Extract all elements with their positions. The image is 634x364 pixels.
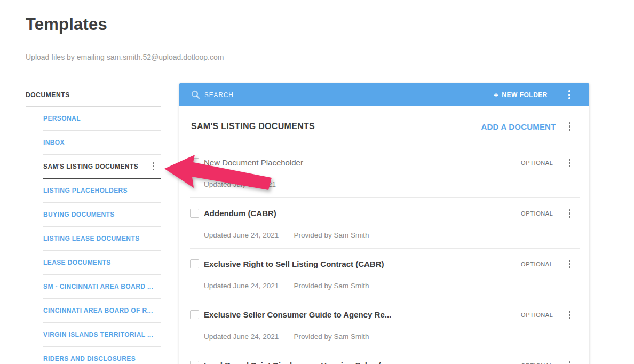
document-list: New Document Placeholder OPTIONAL Update… xyxy=(179,147,589,364)
kebab-menu-icon[interactable] xyxy=(566,156,574,169)
sidebar-item-label: LISTING LEASE DOCUMENTS xyxy=(43,235,140,242)
sidebar-item-listing-placeholders[interactable]: LISTING PLACEHOLDERS xyxy=(43,179,161,203)
documents-sidebar: DOCUMENTS PERSONAL INBOX SAM'S LISTING D… xyxy=(26,83,161,364)
sidebar-item-buying-documents[interactable]: BUYING DOCUMENTS xyxy=(43,203,161,227)
document-checkbox[interactable] xyxy=(190,259,199,268)
search-input[interactable] xyxy=(204,91,364,99)
document-meta: Updated July 01, 2021 xyxy=(204,180,573,188)
document-row: Addendum (CABR) OPTIONAL Updated June 24… xyxy=(190,198,580,249)
optional-badge: OPTIONAL xyxy=(521,312,553,318)
document-checkbox[interactable] xyxy=(190,158,199,167)
kebab-menu-icon[interactable] xyxy=(566,308,574,321)
document-meta: Updated June 24, 2021 Provided by Sam Sm… xyxy=(204,231,573,239)
sidebar-item-label: PERSONAL xyxy=(43,115,81,122)
document-row: Exclusive Seller Consumer Guide to Agenc… xyxy=(190,299,580,350)
updated-date: Updated July 01, 2021 xyxy=(204,180,276,188)
document-row: Exclusive Right to Sell Listing Contract… xyxy=(190,249,580,299)
folder-header: SAM'S LISTING DOCUMENTS ADD A DOCUMENT xyxy=(179,106,589,147)
document-title[interactable]: Exclusive Right to Sell Listing Contract… xyxy=(204,259,521,268)
document-row-top: Exclusive Right to Sell Listing Contract… xyxy=(190,258,573,271)
sidebar-item-inbox[interactable]: INBOX xyxy=(43,131,161,155)
kebab-menu-icon[interactable] xyxy=(566,120,574,133)
document-checkbox[interactable] xyxy=(190,361,199,364)
kebab-menu-icon[interactable] xyxy=(566,359,574,364)
document-row-top: Lead Based Paint Disclosure - Housing Sa… xyxy=(190,359,573,364)
page-title: Templates xyxy=(26,15,107,34)
search-box[interactable] xyxy=(191,90,494,99)
kebab-menu-icon[interactable] xyxy=(566,88,573,101)
sidebar-item-label: LEASE DOCUMENTS xyxy=(43,259,111,266)
panel-search-bar: + NEW FOLDER xyxy=(179,83,589,106)
document-title[interactable]: Exclusive Seller Consumer Guide to Agenc… xyxy=(204,310,521,319)
sidebar-item-label: INBOX xyxy=(43,139,65,146)
document-row: New Document Placeholder OPTIONAL Update… xyxy=(190,147,580,198)
optional-badge: OPTIONAL xyxy=(521,160,553,166)
new-folder-button[interactable]: + NEW FOLDER xyxy=(494,91,548,99)
provided-by: Provided by Sam Smith xyxy=(294,231,369,239)
updated-date: Updated June 24, 2021 xyxy=(204,231,279,239)
sidebar-item-virgin-islands-territorial[interactable]: VIRGIN ISLANDS TERRITORIAL ... xyxy=(43,323,161,347)
updated-date: Updated June 24, 2021 xyxy=(204,333,279,341)
sidebar-item-label: SM - CINCINNATI AREA BOARD ... xyxy=(43,283,153,290)
sidebar-item-cincinnati-area-board-of-r[interactable]: CINCINNATI AREA BOARD OF R... xyxy=(43,299,161,323)
sidebar-item-label: VIRGIN ISLANDS TERRITORIAL ... xyxy=(43,331,153,338)
search-icon xyxy=(191,90,200,99)
sidebar-item-label: LISTING PLACEHOLDERS xyxy=(43,187,128,194)
sidebar-item-personal[interactable]: PERSONAL xyxy=(43,107,161,131)
sidebar-section-header: DOCUMENTS xyxy=(26,83,161,107)
sidebar-item-listing-lease-documents[interactable]: LISTING LEASE DOCUMENTS xyxy=(43,227,161,251)
upload-email-hint: Upload files by emailing sam.smith.52@up… xyxy=(26,53,224,61)
document-row-top: New Document Placeholder OPTIONAL xyxy=(190,156,573,169)
document-title[interactable]: Addendum (CABR) xyxy=(204,209,521,218)
new-folder-label: NEW FOLDER xyxy=(502,91,548,99)
plus-icon: + xyxy=(494,91,498,99)
add-document-button[interactable]: ADD A DOCUMENT xyxy=(481,122,556,131)
sidebar-item-riders-and-disclosures[interactable]: RIDERS AND DISCLOSURES xyxy=(43,347,161,364)
sidebar-item-list: PERSONAL INBOX SAM'S LISTING DOCUMENTS L… xyxy=(26,107,161,364)
templates-panel: + NEW FOLDER SAM'S LISTING DOCUMENTS ADD… xyxy=(179,83,589,364)
optional-badge: OPTIONAL xyxy=(521,261,553,267)
document-row: Lead Based Paint Disclosure - Housing Sa… xyxy=(190,350,580,364)
sidebar-item-label: BUYING DOCUMENTS xyxy=(43,211,115,218)
kebab-menu-icon[interactable] xyxy=(566,258,574,271)
sidebar-item-sm-cincinnati-area-board[interactable]: SM - CINCINNATI AREA BOARD ... xyxy=(43,275,161,299)
sidebar-item-label: SAM'S LISTING DOCUMENTS xyxy=(43,163,138,170)
sidebar-item-sam-s-listing-documents[interactable]: SAM'S LISTING DOCUMENTS xyxy=(43,155,161,179)
sidebar-item-label: RIDERS AND DISCLOSURES xyxy=(43,355,136,362)
document-meta: Updated June 24, 2021 Provided by Sam Sm… xyxy=(204,282,573,290)
document-row-top: Addendum (CABR) OPTIONAL xyxy=(190,207,573,220)
kebab-menu-icon[interactable] xyxy=(566,207,574,220)
provided-by: Provided by Sam Smith xyxy=(294,333,369,341)
kebab-menu-icon[interactable] xyxy=(150,160,157,173)
sidebar-item-label: CINCINNATI AREA BOARD OF R... xyxy=(43,307,153,314)
optional-badge: OPTIONAL xyxy=(521,210,553,217)
document-title[interactable]: New Document Placeholder xyxy=(204,158,521,167)
provided-by: Provided by Sam Smith xyxy=(294,282,369,290)
updated-date: Updated June 24, 2021 xyxy=(204,282,279,290)
folder-title: SAM'S LISTING DOCUMENTS xyxy=(191,122,481,131)
document-checkbox[interactable] xyxy=(190,209,199,218)
document-row-top: Exclusive Seller Consumer Guide to Agenc… xyxy=(190,308,573,321)
sidebar-item-lease-documents[interactable]: LEASE DOCUMENTS xyxy=(43,251,161,275)
document-checkbox[interactable] xyxy=(190,310,199,319)
document-meta: Updated June 24, 2021 Provided by Sam Sm… xyxy=(204,333,573,341)
document-title[interactable]: Lead Based Paint Disclosure - Housing Sa… xyxy=(204,361,521,364)
